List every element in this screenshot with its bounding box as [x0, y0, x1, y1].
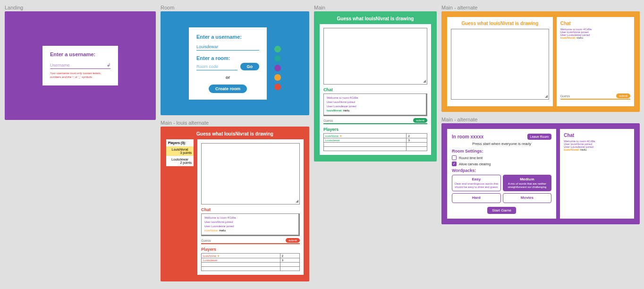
players-header: Players (3):	[166, 139, 194, 146]
table-row: louisNivrat ★2	[202, 254, 300, 258]
username-input[interactable]	[50, 62, 110, 69]
resize-icon[interactable]: ◢	[545, 94, 548, 98]
wordpack-medium[interactable]: MediumA mix of words that are neither st…	[503, 175, 552, 191]
room-code-input[interactable]	[196, 63, 237, 70]
submit-button[interactable]: submit	[413, 118, 427, 123]
table-row	[324, 147, 427, 151]
chat-header: Chat	[564, 133, 630, 138]
settings-panel: In room xxxxx Leave Room Press start whe…	[447, 129, 556, 219]
frame-label-main-louis: Main - louis alternate	[161, 120, 309, 126]
chat-header: Chat	[323, 87, 427, 92]
resize-icon[interactable]: ◢	[423, 79, 426, 83]
drawing-title: Guess what louisNivrat is drawing	[166, 131, 304, 136]
settings-header: Room Settings:	[452, 149, 551, 153]
color-dot-green[interactable]	[274, 46, 281, 52]
frame-label-landing: Landing	[5, 5, 156, 10]
submit-button[interactable]: submit	[286, 238, 300, 243]
color-palette	[274, 36, 281, 90]
chat-header: Chat	[560, 21, 630, 26]
players-header: Players	[201, 247, 300, 252]
wordpack-easy[interactable]: EasyClear and unambiguous words that sho…	[452, 175, 501, 191]
room-frame: Enter a username: Enter a room: Go or Cr…	[161, 11, 309, 115]
main-green-frame: Guess what louisNivrat is drawing ◢ Chat…	[314, 11, 437, 162]
frame-label-main-alt-p: Main - alternate	[441, 117, 640, 122]
drawing-canvas[interactable]: ◢	[201, 143, 300, 204]
create-room-button[interactable]: Create room	[209, 85, 247, 93]
frame-label-room: Room	[161, 5, 309, 10]
start-game-button[interactable]: Start Game	[487, 207, 516, 214]
table-row: Louisdewar3	[202, 258, 300, 263]
main-orange-frame: Guess what louisNivrat is drawing ◢ Chat…	[441, 11, 640, 112]
main-purple-frame: In room xxxxx Leave Room Press start whe…	[441, 123, 640, 224]
drawing-canvas[interactable]: ◢	[323, 28, 427, 85]
color-dot-purple[interactable]	[274, 65, 281, 71]
guess-input[interactable]	[201, 238, 284, 243]
room-or: or	[196, 75, 259, 80]
players-panel: Players (3): LouisNivrat 3 points Louisd…	[166, 139, 194, 166]
resize-icon[interactable]: ◢	[296, 199, 298, 203]
room-username-input[interactable]	[196, 43, 259, 51]
ready-text: Press start when everyone is ready	[452, 142, 551, 146]
chat-box: Welcome to room 4Cd9a User louisNivrat j…	[323, 94, 427, 116]
landing-card: Enter a username: ↲ Your username must o…	[42, 46, 118, 86]
wordpack-movies[interactable]: Movies	[503, 193, 552, 203]
leave-room-button[interactable]: Leave Room	[527, 134, 552, 140]
guess-input[interactable]	[560, 94, 615, 98]
color-dot-red[interactable]	[274, 84, 281, 90]
go-button[interactable]: Go	[240, 63, 260, 70]
color-dot-blue[interactable]	[274, 36, 281, 43]
wordpack-hard[interactable]: Hard	[452, 193, 501, 203]
checkbox-clearing[interactable]: ✓	[452, 162, 457, 166]
room-code-label: Enter a room:	[196, 55, 259, 61]
drawing-canvas[interactable]: ◢	[451, 29, 549, 100]
frame-label-main-alt-o: Main - alternate	[441, 5, 640, 10]
landing-frame: Enter a username: ↲ Your username must o…	[5, 11, 156, 120]
frame-label-main: Main	[314, 5, 437, 10]
players-table: louisNivrat ★2 Louisdewar3	[201, 253, 300, 271]
table-row	[202, 263, 300, 267]
drawing-title: Guess what louisNivrat is drawing	[320, 16, 431, 21]
username-error: Your username must only contain letters,…	[50, 72, 110, 79]
players-table: louisNivrat ★2 Louisdewar3	[323, 133, 427, 151]
canvas-panel: Guess what louisNivrat is drawing ◢	[447, 17, 553, 106]
chat-panel: Chat Welcome to room 4Cd9a User louisNiv…	[557, 17, 634, 106]
player-row: Louisdewar 2 points	[166, 156, 194, 166]
chat-panel: Chat Welcome to room 4Cd9a User louisNiv…	[560, 129, 634, 219]
table-row: Louisdewar3	[324, 138, 427, 143]
main-louis-frame: Guess what louisNivrat is drawing Player…	[161, 127, 309, 281]
chat-header: Chat	[201, 207, 300, 212]
table-row: louisNivrat ★2	[324, 134, 427, 138]
wordpacks-header: Wordpacks:	[452, 168, 551, 173]
player-row: LouisNivrat 3 points	[166, 146, 194, 156]
drawing-title: Guess what louisNivrat is drawing	[451, 21, 549, 26]
submit-button[interactable]: submit	[616, 94, 630, 98]
room-card: Enter a username: Enter a room: Go or Cr…	[189, 27, 267, 100]
color-dot-orange[interactable]	[274, 74, 281, 81]
checkbox-timelimit[interactable]	[452, 155, 457, 160]
table-row	[324, 143, 427, 147]
guess-input[interactable]	[323, 118, 411, 123]
color-dot-teal[interactable]	[274, 55, 281, 62]
table-row	[202, 267, 300, 271]
players-header: Players	[323, 127, 427, 132]
main-panel: ◢ Chat Welcome to room 4Cd9a User louisN…	[197, 139, 304, 275]
chat-box: Welcome to room 4Cd9a User louisNivrat j…	[201, 213, 300, 236]
landing-title: Enter a username:	[50, 51, 110, 57]
room-user-label: Enter a username:	[196, 34, 259, 40]
room-title: In room xxxxx	[452, 134, 483, 139]
